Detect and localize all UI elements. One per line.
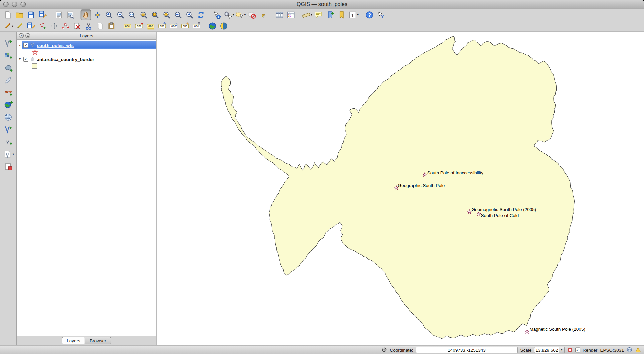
deselect-features-button[interactable] xyxy=(247,9,257,20)
cut-features-button[interactable] xyxy=(83,21,94,31)
field-calculator-button[interactable] xyxy=(285,9,296,20)
show-bookmarks-button[interactable] xyxy=(336,9,347,20)
map-svg xyxy=(157,32,644,345)
globe-button[interactable] xyxy=(207,21,218,31)
chevron-down-icon[interactable]: ▾ xyxy=(244,13,246,16)
layer-visibility-checkbox[interactable]: ✓ xyxy=(23,42,28,48)
deselect-features-icon xyxy=(248,10,256,19)
expand-collapse-icon[interactable]: ▼ xyxy=(17,43,22,47)
crs-status-icon[interactable] xyxy=(626,347,632,353)
zoom-native-button[interactable]: 1:1 xyxy=(126,9,137,20)
save-project-as-button[interactable] xyxy=(37,9,48,20)
chevron-down-icon[interactable]: ▾ xyxy=(311,13,312,16)
layer-item[interactable]: ▼✓antarctica_country_border xyxy=(17,56,156,63)
save-layer-edits-button[interactable] xyxy=(26,21,36,31)
new-bookmark-button[interactable] xyxy=(325,9,336,20)
highlight-labels-button[interactable]: abc xyxy=(145,21,156,31)
new-shapefile-layer-button[interactable] xyxy=(3,161,14,172)
copy-features-button[interactable] xyxy=(95,21,105,31)
add-wcs-layer-icon xyxy=(3,112,13,122)
chevron-down-icon[interactable]: ▼ xyxy=(559,347,564,353)
zoom-next-button[interactable] xyxy=(184,9,195,20)
layer-visibility-checkbox[interactable]: ✓ xyxy=(23,57,28,62)
zoom-to-layer-button[interactable] xyxy=(161,9,172,20)
move-feature-button[interactable] xyxy=(49,21,59,31)
float-panel-icon xyxy=(27,35,29,37)
float-panel-button[interactable] xyxy=(25,33,30,38)
whats-this-button[interactable]: ? xyxy=(375,9,386,20)
new-vector-layer-button[interactable]: ▾ xyxy=(2,149,14,159)
map-label: South Pole of Cold xyxy=(481,213,519,218)
layer-tree: ▼✓south_poles_wfs▼✓antarctica_country_bo… xyxy=(17,40,156,336)
add-wcs-layer-button[interactable] xyxy=(3,112,14,122)
node-tool-button[interactable] xyxy=(60,21,71,31)
add-feature-button[interactable] xyxy=(37,21,48,31)
label-properties-button[interactable]: abc xyxy=(191,21,202,31)
composer-manager-button[interactable] xyxy=(65,9,75,20)
rotate-label-button[interactable]: abc xyxy=(168,21,179,31)
close-button[interactable] xyxy=(3,2,9,7)
add-postgis-layer-button[interactable] xyxy=(3,63,14,73)
layer-labeling-icon: abc xyxy=(123,22,132,30)
coordinate-input[interactable] xyxy=(416,347,518,353)
crs-label[interactable]: EPSG:3031 xyxy=(600,347,624,352)
paste-features-button[interactable] xyxy=(106,21,117,31)
polygon-layer-icon xyxy=(30,56,35,62)
map-canvas[interactable]: South Pole of InaccessibilityGeographic … xyxy=(157,32,644,345)
measure-button[interactable]: ▾ xyxy=(301,9,312,20)
layer-labeling-button[interactable]: abc xyxy=(122,21,133,31)
delete-selected-button[interactable] xyxy=(72,21,82,31)
render-checkbox[interactable]: ✓ xyxy=(575,347,580,352)
zoom-in-button[interactable] xyxy=(103,9,114,20)
chevron-down-icon[interactable]: ▾ xyxy=(233,13,234,16)
new-project-button[interactable] xyxy=(2,9,13,20)
open-project-button[interactable] xyxy=(14,9,25,20)
chevron-down-icon[interactable]: ▾ xyxy=(12,24,13,28)
add-delimited-text-layer-button[interactable] xyxy=(3,137,14,147)
save-project-button[interactable] xyxy=(25,9,36,20)
zoom-to-selection-button[interactable] xyxy=(150,9,160,20)
map-tips-button[interactable] xyxy=(313,9,324,20)
add-wfs-layer-button[interactable] xyxy=(3,124,14,135)
select-by-expression-button[interactable]: ε xyxy=(258,9,269,20)
tab-layers[interactable]: Layers xyxy=(62,337,85,344)
change-label-button[interactable]: abc xyxy=(180,21,190,31)
identify-features-button[interactable]: i xyxy=(211,9,222,20)
zoom-out-button[interactable] xyxy=(115,9,126,20)
scale-input[interactable] xyxy=(534,347,559,353)
text-annotation-button[interactable]: T▾ xyxy=(348,9,359,20)
toggle-editing-button[interactable] xyxy=(14,21,25,31)
chevron-down-icon[interactable]: ▾ xyxy=(13,152,14,156)
run-feature-action-button[interactable]: ▾ xyxy=(223,9,234,20)
python-console-button[interactable] xyxy=(219,21,229,31)
layer-item[interactable]: ▼✓south_poles_wfs xyxy=(17,41,156,49)
add-wms-layer-button[interactable] xyxy=(3,99,14,110)
add-spatialite-layer-button[interactable] xyxy=(3,75,14,85)
help-button[interactable]: ? xyxy=(364,9,375,20)
pan-map-button[interactable] xyxy=(81,9,91,20)
zoom-window-button[interactable] xyxy=(20,2,26,7)
add-mssql-layer-button[interactable] xyxy=(3,87,14,98)
new-print-composer-button[interactable] xyxy=(53,9,64,20)
tab-browser[interactable]: Browser xyxy=(85,337,111,344)
scale-combo[interactable]: ▼ xyxy=(534,347,565,353)
log-messages-icon[interactable] xyxy=(635,347,641,353)
add-vector-layer-button[interactable] xyxy=(3,38,14,49)
pole-star-marker xyxy=(525,329,529,333)
add-raster-layer-button[interactable] xyxy=(3,50,14,61)
stop-rendering-icon[interactable] xyxy=(567,347,573,353)
move-label-button[interactable]: abc xyxy=(157,21,167,31)
mouse-position-icon[interactable] xyxy=(381,347,387,353)
zoom-full-button[interactable] xyxy=(138,9,149,20)
minimize-button[interactable] xyxy=(12,2,17,7)
open-attribute-table-button[interactable] xyxy=(274,9,285,20)
close-panel-button[interactable]: × xyxy=(19,33,24,38)
expand-collapse-icon[interactable]: ▼ xyxy=(17,58,22,61)
chevron-down-icon[interactable]: ▾ xyxy=(357,13,359,16)
select-features-button[interactable]: ▾ xyxy=(235,9,246,20)
pin-labels-button[interactable]: abc xyxy=(134,21,145,31)
current-edits-button[interactable]: ▾ xyxy=(2,21,13,31)
pan-to-selection-button[interactable] xyxy=(92,9,103,20)
refresh-map-button[interactable] xyxy=(195,9,206,20)
zoom-last-button[interactable] xyxy=(173,9,183,20)
